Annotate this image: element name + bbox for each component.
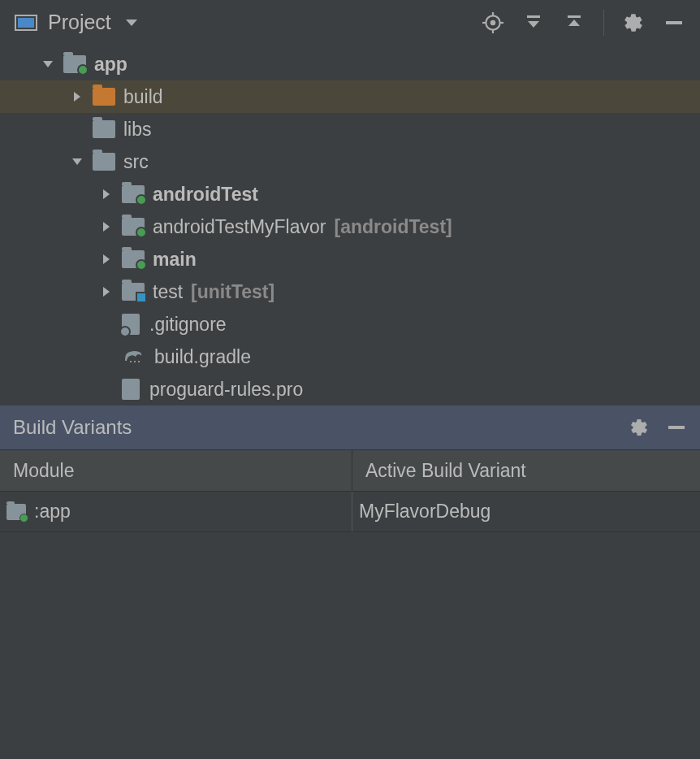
- project-tree: app build libs src androidTest androidTe…: [0, 45, 700, 406]
- tree-label: proguard-rules.pro: [149, 379, 303, 401]
- panel-title: Build Variants: [13, 416, 132, 439]
- tree-item-build[interactable]: build: [0, 80, 700, 113]
- tree-label: androidTest: [153, 184, 258, 206]
- chevron-right-icon[interactable]: [99, 252, 114, 267]
- svg-rect-6: [527, 15, 540, 18]
- variants-table-row[interactable]: :app MyFlavorDebug: [0, 492, 700, 532]
- chevron-spacer: [99, 317, 114, 332]
- column-module: Module: [0, 450, 352, 491]
- tree-suffix: [unitTest]: [191, 281, 274, 303]
- module-name: :app: [34, 501, 71, 523]
- chevron-down-icon[interactable]: [41, 57, 55, 72]
- file-icon: [122, 379, 140, 400]
- toolbar-title: Project: [48, 11, 111, 34]
- tree-label: androidTestMyFlavor: [153, 216, 326, 238]
- tree-label: main: [153, 249, 197, 271]
- tree-item-src[interactable]: src: [0, 145, 700, 178]
- test-folder-icon: [122, 283, 145, 301]
- svg-rect-10: [666, 21, 682, 24]
- tree-item-androidtest[interactable]: androidTest: [0, 178, 700, 210]
- tree-label: build.gradle: [154, 346, 251, 368]
- toolbar-divider: [603, 10, 604, 36]
- expand-all-icon[interactable]: [522, 11, 545, 34]
- tree-suffix: [androidTest]: [334, 216, 452, 238]
- file-icon: [122, 314, 140, 335]
- gear-icon[interactable]: [629, 417, 650, 438]
- svg-rect-11: [668, 426, 685, 429]
- svg-marker-7: [528, 21, 539, 28]
- tree-label: src: [123, 151, 149, 173]
- tree-label: .gitignore: [149, 314, 227, 336]
- chevron-right-icon[interactable]: [70, 89, 84, 104]
- tree-item-gitignore[interactable]: .gitignore: [0, 308, 700, 340]
- tree-label: app: [94, 54, 127, 76]
- build-variants-header: Build Variants: [0, 406, 700, 449]
- hide-icon[interactable]: [666, 417, 687, 438]
- module-icon: [6, 504, 26, 520]
- chevron-right-icon[interactable]: [99, 219, 114, 234]
- chevron-spacer: [99, 349, 114, 364]
- tree-label: libs: [123, 119, 152, 141]
- cell-module: :app: [0, 492, 352, 531]
- gradle-icon: [122, 346, 145, 367]
- folder-icon: [93, 120, 115, 138]
- chevron-down-icon[interactable]: [70, 154, 84, 169]
- source-folder-icon: [122, 250, 145, 268]
- empty-space: [0, 532, 700, 759]
- column-active-variant: Active Build Variant: [352, 450, 700, 491]
- tree-item-main[interactable]: main: [0, 243, 700, 275]
- gear-icon[interactable]: [622, 11, 645, 34]
- svg-rect-8: [568, 15, 581, 18]
- source-folder-icon: [122, 218, 145, 236]
- cell-variant[interactable]: MyFlavorDebug: [352, 492, 700, 531]
- tree-item-test[interactable]: test [unitTest]: [0, 275, 700, 308]
- project-view-dropdown-icon[interactable]: [126, 20, 137, 26]
- chevron-right-icon[interactable]: [99, 284, 114, 299]
- folder-icon: [93, 88, 115, 106]
- source-folder-icon: [122, 185, 145, 203]
- folder-icon: [93, 153, 115, 171]
- chevron-spacer: [99, 382, 114, 397]
- project-icon: [15, 15, 37, 31]
- tree-item-androidtestmyflavor[interactable]: androidTestMyFlavor [androidTest]: [0, 210, 700, 243]
- chevron-right-icon[interactable]: [99, 187, 114, 202]
- chevron-spacer: [70, 122, 84, 137]
- tree-label: build: [123, 86, 163, 108]
- variants-table-header: Module Active Build Variant: [0, 449, 700, 492]
- svg-marker-9: [568, 20, 580, 26]
- tree-item-libs[interactable]: libs: [0, 113, 700, 145]
- locate-icon[interactable]: [482, 11, 504, 34]
- tree-item-proguard[interactable]: proguard-rules.pro: [0, 373, 700, 406]
- collapse-all-icon[interactable]: [563, 11, 585, 34]
- project-toolbar: Project: [0, 0, 700, 45]
- tree-item-buildgradle[interactable]: build.gradle: [0, 340, 700, 373]
- variant-value: MyFlavorDebug: [359, 501, 490, 523]
- svg-point-1: [491, 20, 495, 24]
- module-folder-icon: [63, 55, 86, 73]
- tree-item-app[interactable]: app: [0, 48, 700, 80]
- tree-label: test: [153, 281, 183, 303]
- hide-icon[interactable]: [663, 11, 685, 34]
